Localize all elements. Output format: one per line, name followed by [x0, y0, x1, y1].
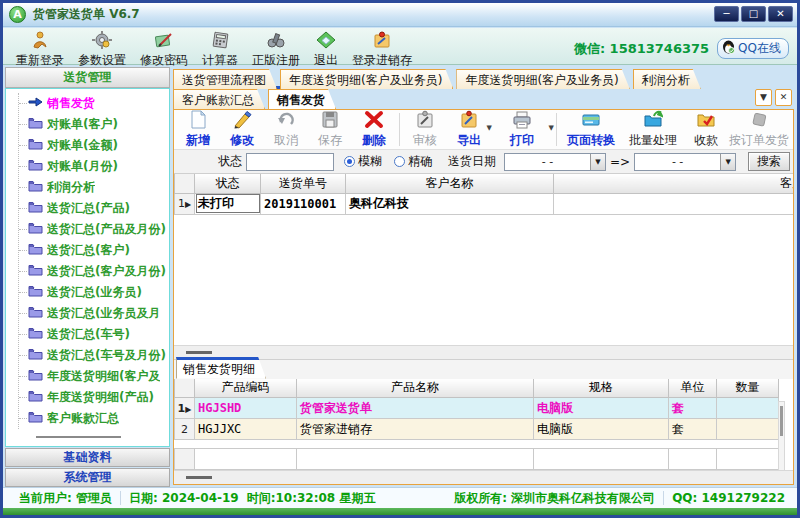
cell-customer[interactable]: 奥科亿科技 [346, 193, 554, 214]
exact-radio[interactable]: 精确 [394, 153, 432, 170]
maximize-button[interactable]: □ [741, 6, 766, 22]
sidebar-tree-item[interactable]: 送货汇总(车号) [19, 324, 169, 345]
settings-button[interactable]: 参数设置 [71, 30, 133, 70]
document-tab[interactable]: 利润分析 [633, 69, 701, 89]
modify-button[interactable]: 修改 [220, 111, 264, 148]
cell-address[interactable] [554, 193, 794, 214]
sidebar-tree-item[interactable]: 送货汇总(产品及月份) [19, 219, 169, 240]
detail-grid-row[interactable]: 2 HGJJXC 货管家进销存 电脑版 套 [175, 419, 779, 440]
search-button[interactable]: 搜索 [748, 152, 790, 171]
sidebar-tree-item[interactable]: 送货汇总(业务员) [19, 282, 169, 303]
sidebar-splitter[interactable] [36, 436, 121, 438]
cell-unit[interactable]: 套 [669, 419, 717, 440]
scrollbar-thumb[interactable] [186, 476, 212, 479]
sidebar-tree-item[interactable]: 年度送货明细(客户及 [19, 366, 169, 387]
sidebar-tree-item[interactable]: 送货汇总(客户) [19, 240, 169, 261]
date-from-select[interactable]: - -▼ [504, 153, 606, 171]
ship-by-order-button[interactable]: 按订单发货 [728, 111, 790, 148]
cell-product-code[interactable]: HGJJXC [195, 419, 297, 440]
batch-process-button[interactable]: 批量处理 [622, 111, 684, 148]
delete-button[interactable]: 删除 [352, 111, 396, 148]
sidebar-tree-item[interactable]: 送货汇总(产品) [19, 198, 169, 219]
col-spec[interactable]: 规格 [534, 379, 669, 398]
cell-spec[interactable]: 电脑版 [534, 398, 669, 419]
detail-vertical-scrollbar[interactable] [778, 401, 785, 471]
exit-button[interactable]: 退出 [307, 30, 345, 70]
sidebar-tree-item[interactable]: 送货汇总(车号及月份) [19, 345, 169, 366]
calculator-icon [210, 31, 230, 52]
new-button[interactable]: 新增 [176, 111, 220, 148]
cell-unit[interactable]: 套 [669, 398, 717, 419]
login-jxc-button[interactable]: 登录进销存 [345, 30, 419, 70]
folder-icon [28, 222, 43, 237]
sidebar-button-base-data[interactable]: 基础资料 [5, 448, 170, 467]
sidebar-tree-item[interactable]: 利润分析 [19, 177, 169, 198]
scrollbar-thumb[interactable] [186, 351, 212, 354]
sidebar-tree-item[interactable]: 送货汇总(业务员及月 [19, 303, 169, 324]
register-button[interactable]: 正版注册 [245, 30, 307, 70]
col-product-code[interactable]: 产品编码 [195, 379, 297, 398]
col-qty[interactable]: 数量 [717, 379, 779, 398]
tab-sales-delivery-detail[interactable]: 销售发货明细 [176, 357, 266, 379]
document-toolbar: 新增 修改 取消 保存 [174, 110, 793, 150]
sidebar-tree-item[interactable]: 销售发货 [19, 93, 169, 114]
detail-grid-row[interactable]: 1▶ HGJSHD 货管家送货单 电脑版 套 [175, 398, 779, 419]
document-tab[interactable]: 年度送货明细(客户及业务员) [280, 69, 453, 89]
folder-icon [28, 117, 43, 132]
document-tab[interactable]: 年度送货明细(客户及业务员) [456, 69, 629, 89]
save-button[interactable]: 保存 [308, 111, 352, 148]
cell-spec[interactable]: 电脑版 [534, 419, 669, 440]
status-input[interactable] [246, 153, 334, 171]
cell-product-name[interactable]: 货管家送货单 [297, 398, 534, 419]
detail-tab-bar: 销售发货明细 [174, 359, 793, 379]
print-dropdown-arrow[interactable]: ▼ [549, 124, 554, 132]
col-unit[interactable]: 单位 [669, 379, 717, 398]
cell-qty[interactable] [717, 398, 779, 419]
tab-customer-balance-summary[interactable]: 客户账款汇总 [173, 89, 265, 109]
col-address[interactable]: 客户地址 [554, 174, 794, 193]
cancel-button[interactable]: 取消 [264, 111, 308, 148]
folder-icon [28, 327, 43, 342]
close-button[interactable]: ✕ [768, 6, 793, 22]
calculator-button[interactable]: 计算器 [195, 30, 245, 70]
minimize-button[interactable]: ─ [714, 6, 739, 22]
tab-close-button[interactable]: ✕ [775, 89, 792, 106]
cell-status[interactable]: 未打印 [195, 193, 261, 214]
sidebar-tree-item[interactable]: 客户账款汇总 [19, 408, 169, 429]
sidebar-header-delivery-management[interactable]: 送货管理 [5, 67, 170, 88]
tab-sales-delivery[interactable]: 销售发货 [268, 89, 336, 109]
tab-content: 新增 修改 取消 保存 [173, 109, 794, 485]
sidebar-button-system-management[interactable]: 系统管理 [5, 468, 170, 487]
sidebar-tree-item[interactable]: 对账单(月份) [19, 156, 169, 177]
scrollbar-thumb[interactable] [780, 406, 783, 436]
sidebar-tree-item[interactable]: 对账单(金额) [19, 135, 169, 156]
sidebar-tree-item[interactable]: 对账单(客户) [19, 114, 169, 135]
document-tab[interactable]: 送货管理流程图 [173, 69, 277, 89]
radio-dot-icon [344, 156, 355, 167]
cell-product-name[interactable]: 货管家进销存 [297, 419, 534, 440]
qq-online-button[interactable]: QQ在线 [717, 38, 789, 59]
sidebar-tree-item[interactable]: 年度送货明细(产品) [19, 387, 169, 408]
col-product-name[interactable]: 产品名称 [297, 379, 534, 398]
sidebar-tree-item[interactable]: 送货汇总(客户及月份) [19, 261, 169, 282]
cell-product-code[interactable]: HGJSHD [195, 398, 297, 419]
detail-horizontal-scrollbar[interactable] [174, 470, 793, 484]
export-button[interactable]: 导出 ▼ [447, 111, 491, 148]
tab-dropdown-button[interactable]: ▼ [755, 89, 772, 106]
col-order-no[interactable]: 送货单号 [261, 174, 346, 193]
col-status[interactable]: 状态 [195, 174, 261, 193]
date-to-select[interactable]: - -▼ [634, 153, 736, 171]
folder-icon [28, 369, 43, 384]
relogin-button[interactable]: 重新登录 [9, 30, 71, 70]
cell-order-no[interactable]: 2019110001 [261, 193, 346, 214]
audit-button[interactable]: 审核 [403, 111, 447, 148]
cell-qty[interactable] [717, 419, 779, 440]
change-password-button[interactable]: 修改密码 [133, 30, 195, 70]
master-grid-row[interactable]: 1▶ 未打印 2019110001 奥科亿科技 [175, 193, 794, 214]
fuzzy-radio[interactable]: 模糊 [344, 153, 382, 170]
receipt-button[interactable]: 收款 [684, 111, 728, 148]
col-customer[interactable]: 客户名称 [346, 174, 554, 193]
print-button[interactable]: 打印 ▼ [491, 111, 553, 148]
master-horizontal-scrollbar[interactable] [174, 345, 793, 359]
page-convert-button[interactable]: 页面转换 [560, 111, 622, 148]
